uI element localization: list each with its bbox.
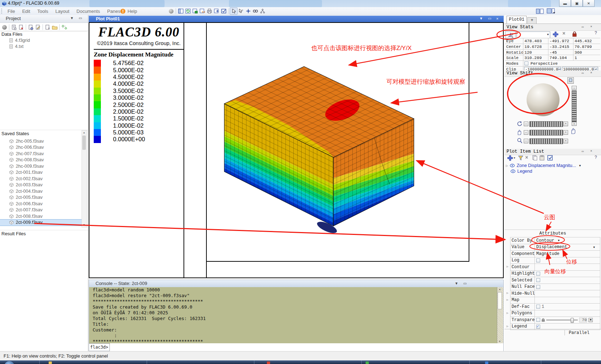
perspective-checkbox[interactable] — [524, 62, 528, 65]
saved-state-item[interactable]: 2ct-004.f3sav — [0, 188, 82, 195]
warning-icon[interactable] — [120, 9, 126, 14]
menu-item[interactable]: Documents — [73, 8, 103, 15]
pan-slider[interactable] — [529, 130, 563, 136]
vertical-shift-slider[interactable] — [572, 90, 577, 122]
view-stats-close-icon[interactable]: × — [590, 25, 592, 29]
saved-state-item[interactable]: 2ct-002.f3sav — [0, 176, 82, 182]
menu-item[interactable]: Tools — [34, 8, 51, 15]
center-z[interactable]: 70.8799 — [573, 44, 600, 49]
saved-state-item[interactable]: 2ct-001.f3sav — [0, 169, 82, 176]
transparency-checkbox[interactable] — [536, 318, 540, 322]
console-dropdown-icon[interactable]: ▼ — [455, 281, 458, 285]
component-dropdown[interactable]: Magnitude▼ — [535, 251, 600, 257]
copy-icon[interactable] — [532, 155, 537, 161]
menu-item[interactable]: Help — [124, 8, 140, 15]
saved-state-item[interactable]: 2hc-005.f3sav — [0, 138, 82, 144]
panel-dropdown-icon[interactable]: ▼ — [70, 16, 74, 20]
menu-item[interactable]: Layout — [52, 8, 73, 15]
save-plot-icon[interactable] — [191, 8, 199, 14]
chevron-down-icon[interactable]: ▼ — [578, 164, 581, 167]
project-globe-icon[interactable] — [1, 24, 8, 30]
edit-datafile-icon[interactable] — [34, 24, 41, 30]
query-cursor-icon[interactable]: ? — [238, 8, 245, 14]
filter-icon[interactable] — [518, 156, 523, 161]
rotation-x[interactable]: 120 — [523, 50, 548, 55]
taskbar-app-icon[interactable] — [485, 361, 488, 364]
eye-icon[interactable] — [510, 169, 516, 173]
eye-z[interactable]: 445.432 — [573, 38, 600, 44]
saved-states-scrollbar[interactable]: ▲ ▼ — [82, 130, 87, 227]
pan-minus-button[interactable]: – — [524, 130, 528, 135]
slider-handle[interactable] — [571, 318, 574, 323]
log-checkbox[interactable] — [536, 259, 540, 262]
legend-checkbox[interactable] — [536, 325, 540, 329]
rotate-minus-button[interactable]: – — [524, 122, 528, 126]
saved-state-item[interactable]: 2ct-006.f3sav — [0, 201, 82, 207]
new-plot-icon[interactable] — [177, 8, 184, 14]
windows-taskbar[interactable] — [0, 360, 601, 364]
plot-item-help-icon[interactable]: ? — [595, 155, 597, 160]
view-preset-dropdown[interactable]: ▼ — [517, 31, 550, 38]
transparency-slider[interactable] — [546, 320, 578, 320]
view-shift-close-icon[interactable]: × — [590, 71, 592, 75]
tab-plot01[interactable]: Plot01 — [507, 16, 527, 24]
console-command-input[interactable] — [110, 343, 503, 351]
transparency-edit-button[interactable]: ▣ — [588, 318, 593, 322]
data-file-item[interactable]: 4.f3grid — [0, 37, 82, 44]
rotate-plus-button[interactable]: + — [563, 122, 568, 126]
expander-icon[interactable]: ▷ — [507, 298, 508, 301]
rotate-slider[interactable] — [529, 121, 563, 127]
eye-y[interactable]: -491.972 — [548, 38, 573, 44]
remove-datafile-icon[interactable]: ✕ — [18, 24, 25, 30]
start-orb[interactable] — [4, 361, 14, 364]
highlight-checkbox[interactable] — [536, 272, 540, 276]
zoom-out-vertical-icon[interactable]: – — [572, 86, 577, 90]
rotation-z[interactable]: 360 — [573, 50, 600, 55]
color-by-dropdown[interactable]: Contour▼ — [535, 237, 600, 244]
taskbar-app-icon[interactable] — [267, 361, 270, 364]
saved-state-item[interactable]: 2ct-007.f3sav — [0, 207, 82, 213]
scroll-up-icon[interactable]: ▲ — [82, 131, 86, 135]
paste-icon[interactable] — [539, 155, 544, 161]
remove-plot-item-icon[interactable]: × — [525, 155, 528, 161]
plot-item-zone[interactable]: ▷ Zone Displacement Magnitu... ▼ — [506, 163, 600, 168]
execute-datafile-icon[interactable] — [27, 24, 34, 30]
selected-only-checkbox[interactable] — [536, 278, 540, 282]
refresh-plot-icon[interactable] — [184, 8, 191, 14]
saved-state-item[interactable]: 2ct-008.f3sav — [0, 213, 82, 220]
center-x[interactable]: 19.6728 — [523, 44, 548, 49]
print-plot-icon[interactable] — [206, 8, 213, 14]
console-minimize-icon[interactable]: ▭ — [463, 281, 466, 285]
scale-z[interactable]: 1 — [573, 55, 600, 60]
add-plot-item-caret-icon[interactable]: ▼ — [514, 157, 515, 159]
zoom-minus-button[interactable]: – — [524, 139, 528, 143]
model-3d-view[interactable] — [207, 23, 469, 261]
link-views-icon[interactable] — [252, 8, 259, 14]
saved-state-item[interactable]: 2ct-009.f3sav — [0, 220, 82, 226]
taskbar-folder-icon[interactable] — [49, 361, 52, 364]
folder-icon[interactable] — [51, 24, 58, 30]
value-dropdown[interactable]: Displacement▼ — [535, 244, 600, 251]
view-stats-help-icon[interactable]: ? — [595, 31, 597, 36]
minimize-button[interactable]: ▬ — [559, 0, 571, 7]
new-datafile-icon[interactable] — [10, 24, 18, 30]
saved-state-item[interactable]: 2hc-007.f3sav — [0, 151, 82, 157]
pan-plus-button[interactable]: + — [563, 130, 568, 135]
globe-icon[interactable] — [167, 8, 175, 14]
scrollbar-thumb[interactable] — [82, 136, 86, 150]
saved-state-item[interactable]: 2hc-006.f3sav — [0, 144, 82, 151]
console-scroll-thumb[interactable] — [498, 292, 502, 309]
add-plot-item-icon[interactable] — [507, 155, 513, 161]
add-view-icon[interactable] — [552, 31, 559, 38]
menu-item[interactable]: Edit — [19, 8, 33, 15]
expander-icon[interactable]: ▷ — [507, 291, 508, 295]
select-cursor-icon[interactable] — [230, 8, 238, 15]
add-plot-icon[interactable]: ++ — [199, 8, 206, 14]
delete-view-icon[interactable]: × — [562, 31, 565, 36]
console-scroll-up-icon[interactable]: ▲ — [498, 287, 502, 291]
split-pane-icon[interactable] — [536, 9, 544, 14]
plot-item-list-close-icon[interactable]: × — [590, 149, 592, 153]
zoom-slider[interactable] — [529, 138, 563, 144]
taskbar-app-icon[interactable] — [366, 361, 369, 364]
eye-x[interactable]: 478.403 — [523, 38, 548, 44]
